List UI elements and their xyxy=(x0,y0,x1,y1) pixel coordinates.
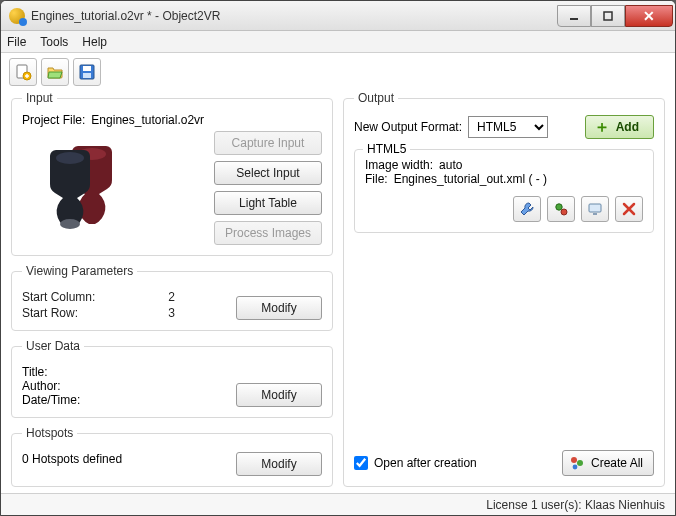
left-column: Input Project File: Engines_tutorial.o2v… xyxy=(11,91,333,487)
startrow-label: Start Row: xyxy=(22,306,156,320)
delete-x-icon xyxy=(621,201,637,217)
imgwidth-label: Image width: xyxy=(365,158,433,172)
menu-tools[interactable]: Tools xyxy=(40,35,68,49)
title-label: Title: xyxy=(22,365,236,379)
hotspots-count: 0 Hotspots defined xyxy=(22,452,122,466)
svg-point-15 xyxy=(577,460,583,466)
svg-point-14 xyxy=(571,457,577,463)
preview-thumbnail xyxy=(22,131,152,241)
input-legend: Input xyxy=(22,91,57,105)
outfile-value: Engines_tutorial_out.xml ( - ) xyxy=(394,172,547,186)
process-images-button[interactable]: Process Images xyxy=(214,221,322,245)
startcol-value: 2 xyxy=(168,290,236,304)
window-controls: ✕ xyxy=(557,5,673,27)
output-settings-button[interactable] xyxy=(547,196,575,222)
startrow-value: 3 xyxy=(168,306,236,320)
license-text: License 1 user(s): Klaas Nienhuis xyxy=(486,498,665,512)
svg-rect-12 xyxy=(589,204,601,212)
hotspots-panel: Hotspots 0 Hotspots defined Modify xyxy=(11,426,333,487)
svg-point-8 xyxy=(56,152,84,164)
select-input-button[interactable]: Select Input xyxy=(214,161,322,185)
menubar: File Tools Help xyxy=(1,31,675,53)
folder-open-icon xyxy=(46,63,64,81)
hotspots-modify-button[interactable]: Modify xyxy=(236,452,322,476)
output-html5-panel: HTML5 Image width: auto File: Engines_tu… xyxy=(354,149,654,233)
engines-icon xyxy=(32,136,142,236)
light-table-button[interactable]: Light Table xyxy=(214,191,322,215)
hotspots-legend: Hotspots xyxy=(22,426,77,440)
userdata-legend: User Data xyxy=(22,339,84,353)
menu-help[interactable]: Help xyxy=(82,35,107,49)
create-all-button[interactable]: Create All xyxy=(562,450,654,476)
gears-icon xyxy=(553,201,569,217)
toolbar-open-button[interactable] xyxy=(41,58,69,86)
open-after-checkbox[interactable]: Open after creation xyxy=(354,456,477,470)
wrench-icon xyxy=(519,201,535,217)
svg-rect-6 xyxy=(83,73,91,78)
close-button[interactable]: ✕ xyxy=(625,5,673,27)
svg-point-10 xyxy=(556,204,562,210)
svg-point-9 xyxy=(60,219,80,229)
svg-rect-5 xyxy=(83,66,91,71)
minimize-button[interactable] xyxy=(557,5,591,27)
userdata-panel: User Data Title: Author: Date/Time: Modi… xyxy=(11,339,333,418)
open-after-input[interactable] xyxy=(354,456,368,470)
svg-rect-1 xyxy=(604,12,612,20)
input-panel: Input Project File: Engines_tutorial.o2v… xyxy=(11,91,333,256)
startcol-label: Start Column: xyxy=(22,290,156,304)
window-title: Engines_tutorial.o2vr * - Object2VR xyxy=(31,9,557,23)
monitor-icon xyxy=(587,201,603,217)
svg-rect-13 xyxy=(593,213,597,215)
author-label: Author: xyxy=(22,379,236,393)
menu-file[interactable]: File xyxy=(7,35,26,49)
output-panel: Output New Output Format: HTML5 ＋ Add HT… xyxy=(343,91,665,487)
toolbar-new-button[interactable] xyxy=(9,58,37,86)
viewing-legend: Viewing Parameters xyxy=(22,264,137,278)
toolbar xyxy=(1,53,675,91)
open-after-label: Open after creation xyxy=(374,456,477,470)
viewing-modify-button[interactable]: Modify xyxy=(236,296,322,320)
document-new-icon xyxy=(14,63,32,81)
gears-multi-icon xyxy=(569,455,585,471)
projectfile-value: Engines_tutorial.o2vr xyxy=(91,113,204,127)
outfile-label: File: xyxy=(365,172,388,186)
output-legend: Output xyxy=(354,91,398,105)
app-icon xyxy=(9,8,25,24)
userdata-modify-button[interactable]: Modify xyxy=(236,383,322,407)
main-window: Engines_tutorial.o2vr * - Object2VR ✕ Fi… xyxy=(0,0,676,516)
toolbar-save-button[interactable] xyxy=(73,58,101,86)
output-delete-button[interactable] xyxy=(615,196,643,222)
svg-point-11 xyxy=(561,209,567,215)
plus-icon: ＋ xyxy=(594,119,610,135)
output-format-select[interactable]: HTML5 xyxy=(468,116,548,138)
imgwidth-value: auto xyxy=(439,158,462,172)
output-edit-button[interactable] xyxy=(513,196,541,222)
save-icon xyxy=(78,63,96,81)
maximize-button[interactable] xyxy=(591,5,625,27)
viewing-params-panel: Viewing Parameters Start Column: 2 Start… xyxy=(11,264,333,331)
right-column: Output New Output Format: HTML5 ＋ Add HT… xyxy=(343,91,665,487)
statusbar: License 1 user(s): Klaas Nienhuis xyxy=(1,493,675,515)
projectfile-label: Project File: xyxy=(22,113,85,127)
capture-input-button[interactable]: Capture Input xyxy=(214,131,322,155)
output-preview-button[interactable] xyxy=(581,196,609,222)
svg-point-16 xyxy=(573,465,578,470)
add-output-button[interactable]: ＋ Add xyxy=(585,115,654,139)
datetime-label: Date/Time: xyxy=(22,393,236,407)
output-sub-legend: HTML5 xyxy=(363,142,410,156)
titlebar[interactable]: Engines_tutorial.o2vr * - Object2VR ✕ xyxy=(1,1,675,31)
newformat-label: New Output Format: xyxy=(354,120,462,134)
content-area: Input Project File: Engines_tutorial.o2v… xyxy=(1,91,675,493)
